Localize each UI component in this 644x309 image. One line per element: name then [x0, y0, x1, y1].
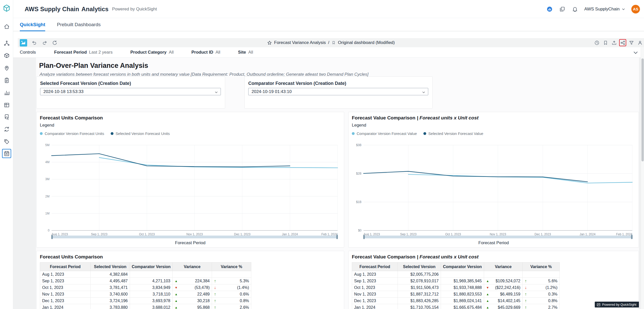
filter-site[interactable]: Site All	[238, 50, 253, 55]
x-axis-range-slider[interactable]	[52, 236, 338, 238]
filter-funnel-icon[interactable]	[628, 39, 635, 46]
chevron-down-icon	[422, 90, 425, 95]
table-title: Forecast Value Comparison| Forecast unit…	[352, 254, 478, 260]
up-arrow-icon: ↑	[214, 279, 216, 283]
table-row: Nov 1, 20233,740,6003,718,110▲22,489↑0.6…	[40, 291, 251, 298]
windows-icon[interactable]	[559, 6, 566, 12]
quicksight-icon[interactable]	[546, 6, 553, 12]
table-row: Sep 1, 20234,495,4874,271,103▲224,384↑5.…	[40, 278, 251, 284]
filter-forecast-period[interactable]: Forecast Period Last 2 years	[54, 50, 112, 55]
history-clock-icon[interactable]	[593, 39, 600, 46]
slider-handle-right[interactable]	[631, 235, 633, 239]
up-arrow-icon: ↑	[525, 279, 527, 283]
data-table-icon[interactable]	[2, 100, 11, 110]
vertical-scrollbar[interactable]	[641, 47, 644, 309]
svg-text:2M: 2M	[45, 195, 49, 198]
scrollbar-thumb[interactable]	[641, 58, 644, 161]
slider-handle-right[interactable]	[336, 235, 338, 239]
notifications-bell-icon[interactable]	[572, 6, 578, 12]
left-navigation-rail	[0, 0, 13, 309]
table-row: Jan 1, 2024$1,710,705,154$1,665,675,484▲…	[352, 304, 560, 309]
legend-item[interactable]: Comparator Version Forecast Value	[352, 131, 417, 136]
bookmark-icon[interactable]	[602, 39, 609, 46]
svg-text:1M: 1M	[45, 212, 49, 215]
slider-handle-left[interactable]	[51, 235, 53, 239]
column-header[interactable]: Forecast Period	[352, 262, 398, 271]
up-arrow-icon: ▲	[486, 293, 489, 296]
package-icon[interactable]	[2, 51, 11, 60]
forecast-value-chart-card: Forecast Value Comparison| Forecast unit…	[348, 112, 639, 248]
column-header[interactable]: Variance %	[212, 262, 251, 271]
tab-prebuilt-dashboards[interactable]: Prebuilt Dashboards	[57, 18, 101, 31]
line-chart: $0$1B$2B$3BAug 1, 2023Sep 1, 2023Oct 1, …	[352, 136, 636, 239]
up-arrow-icon: ▲	[486, 306, 489, 309]
aws-supply-chain-logo[interactable]	[2, 4, 11, 13]
breadcrumb-dashboard-name[interactable]: Forecast Variance Analysis	[274, 40, 326, 45]
orders-clipboard-icon[interactable]	[2, 76, 11, 85]
insights-search-icon[interactable]	[2, 112, 11, 121]
legend-item[interactable]: Comparator Version Forecast Units	[40, 131, 104, 136]
legend-title: Legend	[40, 123, 54, 128]
account-menu[interactable]: AWS SupplyChain	[584, 7, 625, 12]
tab-bar: QuickSight Prebuilt Dashboards	[13, 18, 644, 31]
demand-planning-calendar-icon[interactable]	[2, 149, 11, 158]
reset-icon[interactable]	[52, 40, 58, 46]
sync-operations-icon[interactable]	[2, 125, 11, 134]
column-header[interactable]: Variance %	[523, 262, 560, 271]
column-header[interactable]: Comparator Version	[441, 262, 484, 271]
legend: Comparator Version Forecast Value Select…	[352, 131, 483, 136]
dashboard-sheet: Plan-Over-Plan Variance Analysis Analyze…	[36, 58, 639, 309]
slider-handle-left[interactable]	[363, 235, 365, 239]
favorite-star-icon[interactable]	[267, 40, 272, 45]
collapse-controls-icon[interactable]	[633, 50, 638, 55]
page-subtitle: Analyze variations between forecast vers…	[40, 72, 369, 77]
table-row: Aug 1, 20234,382,684	[40, 271, 251, 278]
series-dot	[423, 132, 426, 135]
location-pin-icon[interactable]	[2, 63, 11, 72]
column-header[interactable]: Selected Version	[91, 262, 130, 271]
person-icon[interactable]	[636, 39, 643, 46]
column-header[interactable]: Variance	[484, 262, 523, 271]
column-header[interactable]: Variance	[173, 262, 212, 271]
comparator-version-dropdown[interactable]: 2024-10-19 01:43:10	[248, 88, 428, 95]
down-arrow-icon: ▼	[486, 286, 489, 289]
filter-product-category[interactable]: Product Category All	[130, 50, 174, 55]
svg-text:$2B: $2B	[356, 172, 361, 175]
legend-item[interactable]: Selected Version Forecast Value	[423, 131, 483, 136]
series-dot	[352, 132, 355, 135]
selected-version-label: Selected Forecast Version (Creation Date…	[40, 81, 131, 86]
filter-product-id[interactable]: Product ID All	[191, 50, 220, 55]
column-header[interactable]: Forecast Period	[40, 262, 91, 271]
redo-icon[interactable]	[41, 40, 47, 46]
breadcrumb-version-status[interactable]: Original dashboard (Modified)	[338, 40, 395, 45]
dashboard-thumbnail-icon[interactable]	[20, 39, 27, 47]
share-icon[interactable]	[619, 39, 626, 46]
line-chart: 01M2M3M4M5MAug 1, 2023Sep 1, 2023Oct 1, …	[40, 136, 341, 239]
chart-title: Forecast Value Comparison| Forecast unit…	[352, 115, 478, 121]
series-dot	[40, 132, 43, 135]
forecast-units-table-card: Forecast Units Comparison Forecast Perio…	[36, 251, 344, 309]
bar-chart-icon[interactable]	[2, 88, 11, 97]
legend-item[interactable]: Selected Version Forecast Units	[111, 131, 170, 136]
network-icon[interactable]	[2, 39, 11, 48]
column-header[interactable]: Selected Version	[398, 262, 441, 271]
home-icon[interactable]	[2, 22, 11, 31]
tag-icon[interactable]	[2, 137, 11, 146]
forecast-units-chart-card: Forecast Units Comparison Legend Compara…	[36, 112, 344, 248]
controls-bar: Controls Forecast Period Last 2 years Pr…	[13, 47, 644, 58]
avatar[interactable]: AS	[631, 5, 640, 13]
svg-text:0: 0	[48, 229, 49, 232]
tab-quicksight[interactable]: QuickSight	[20, 18, 45, 31]
table-row: Oct 1, 20233,781,4713,834,949▼(53,478)↓(…	[40, 284, 251, 291]
x-axis-title: Forecast Period	[37, 240, 344, 245]
undo-icon[interactable]	[31, 40, 37, 46]
column-header[interactable]: Comparator Version	[130, 262, 173, 271]
x-axis-range-slider[interactable]	[364, 236, 632, 238]
app-window: AWS Supply Chain Analytics Powered by Qu…	[0, 0, 644, 309]
export-icon[interactable]	[610, 39, 618, 46]
chart-title: Forecast Units Comparison	[40, 115, 103, 121]
quicksight-badge-icon	[597, 303, 600, 306]
powered-by-label: Powered by QuickSight	[112, 7, 157, 12]
selected-version-dropdown[interactable]: 2024-10-18 13:53:33	[40, 88, 221, 95]
forecast-value-line-chart: $0$1B$2B$3BAug 1, 2023Sep 1, 2023Oct 1, …	[352, 136, 636, 238]
